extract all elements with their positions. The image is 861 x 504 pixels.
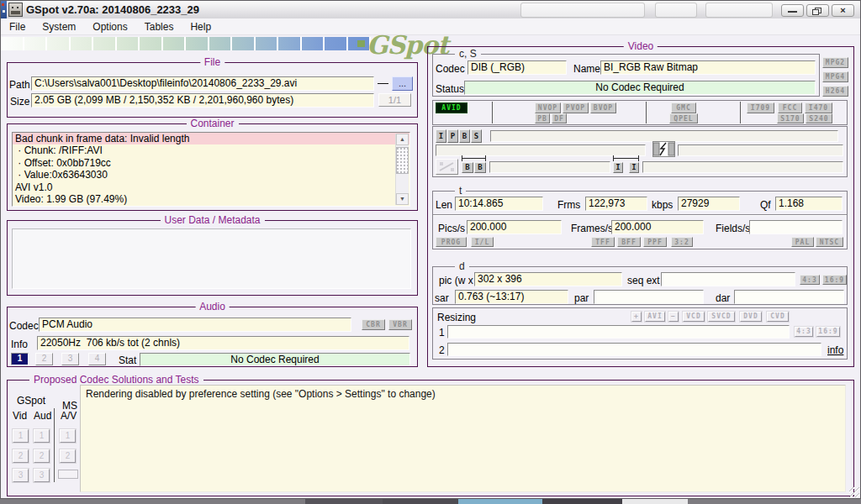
dimensions-subgroup-title: d [455, 260, 469, 273]
taskbar-button[interactable] [305, 499, 383, 504]
mpg4-button[interactable]: MPG4 [822, 71, 848, 82]
par-field[interactable] [594, 290, 704, 304]
audio-stream-2-button[interactable]: 2 [35, 353, 53, 365]
resize-row1-field[interactable] [447, 325, 790, 339]
par-label: par [574, 292, 589, 304]
frame-pattern-field-2[interactable] [678, 144, 843, 156]
len-field[interactable]: 10:14.865 [455, 197, 543, 211]
pics-field[interactable]: 200.000 [467, 220, 562, 234]
path-field[interactable]: C:\Users\salva001\Desktop\fileinfo\20140… [31, 76, 374, 91]
menu-file[interactable]: File [1, 18, 34, 34]
b-marker: B [462, 162, 473, 173]
fields-field[interactable] [749, 220, 843, 234]
gspot-vid-test-1-button[interactable]: 1 [13, 429, 29, 443]
container-line: · Offset: 0x0bb719cc [13, 157, 409, 169]
audio-stream-3-button[interactable]: 3 [61, 353, 79, 365]
seqext-field[interactable] [661, 272, 795, 286]
frms-field[interactable]: 122,973 [585, 197, 647, 211]
restore-button[interactable] [806, 4, 829, 17]
scene-cut-icon [652, 141, 675, 157]
b-distance-icon [462, 155, 486, 161]
resize-minus-button[interactable]: − [668, 312, 679, 322]
pal-flag: PAL [791, 237, 814, 247]
h264-button[interactable]: H264 [822, 86, 848, 97]
bff-flag: BFF [617, 237, 641, 247]
frame-type-field[interactable] [490, 130, 838, 142]
size-field[interactable]: 2.05 GB (2,099 MB / 2,150,352 KB / 2,201… [31, 93, 374, 108]
pic-field[interactable]: 302 x 396 [474, 272, 622, 286]
audio-codec-label: Codec [9, 320, 39, 332]
solutions-message-area[interactable]: Rendering disabled by preference setting… [80, 385, 846, 492]
gspot-vid-test-2-button[interactable]: 2 [13, 449, 29, 463]
b-distance-field[interactable] [489, 161, 610, 173]
info-link[interactable]: info [827, 344, 843, 356]
gspot-aud-test-1-button[interactable]: 1 [34, 429, 50, 443]
gspot-aud-test-3-button[interactable]: 3 [34, 469, 50, 482]
b-flag: B [459, 129, 470, 143]
ms-av-test-1-button[interactable]: 1 [60, 429, 76, 443]
container-line: AVI v1.0 [13, 181, 409, 193]
taskbar-button[interactable] [542, 499, 622, 504]
sar-field[interactable]: 0.763 (~13:17) [455, 290, 568, 304]
close-button[interactable]: × [832, 4, 854, 17]
scroll-up-icon[interactable]: ▲ [396, 134, 409, 145]
frames-field[interactable]: 200.000 [611, 220, 704, 234]
aud-column-label: Aud [34, 410, 51, 422]
resize-avi-button[interactable]: AVI [645, 312, 665, 322]
mpg2-button[interactable]: MPG2 [822, 57, 848, 68]
audio-stream-1-button[interactable]: 1 [11, 353, 29, 365]
audio-codec-field[interactable]: PCM Audio [39, 318, 351, 332]
video-name-field[interactable]: BI_RGB Raw Bitmap [600, 60, 816, 75]
userdata-field[interactable] [12, 228, 411, 289]
resize-grip[interactable] [849, 487, 859, 497]
scrollbar-thumb[interactable] [396, 147, 409, 174]
fields-label: Fields/s [716, 223, 750, 234]
container-listbox[interactable]: Bad chunk in frame data: Invalid length … [12, 132, 410, 207]
qf-field[interactable]: 1.168 [775, 197, 843, 211]
taskbar-button[interactable] [383, 499, 458, 504]
i-flag: I [436, 129, 446, 143]
resize-svcd-button[interactable]: SVCD [708, 312, 735, 322]
container-scrollbar[interactable]: ▲ ▼ [395, 134, 409, 205]
gspot-aud-test-2-button[interactable]: 2 [34, 449, 50, 463]
resize-row1-label: 1 [439, 327, 445, 339]
tff-flag: TFF [591, 237, 615, 247]
browse-button[interactable]: ... [392, 76, 413, 91]
frame-pattern-field[interactable] [436, 144, 646, 156]
audio-info-field[interactable]: 22050Hz 706 kb/s tot (2 chnls) [37, 336, 409, 350]
pics-label: Pics/s [438, 223, 465, 234]
prog-flag: PROG [436, 237, 467, 247]
i-distance-field[interactable] [642, 161, 843, 173]
resize-vcd-button[interactable]: VCD [683, 312, 705, 322]
b-marker: B [474, 162, 486, 173]
minimize-button[interactable] [781, 4, 804, 17]
gspot-vid-test-3-button[interactable]: 3 [13, 469, 29, 482]
resize-row1-43-button[interactable]: 4:3 [795, 327, 813, 337]
scroll-down-icon[interactable]: ▼ [396, 193, 409, 205]
menu-system[interactable]: System [34, 18, 84, 34]
resize-row1-169-button[interactable]: 16:9 [816, 327, 840, 337]
ppf-flag: PPF [643, 237, 667, 247]
ms-av-test-2-button[interactable]: 2 [60, 449, 76, 463]
s170-flag: S170 [777, 113, 804, 123]
i-marker: I [629, 162, 639, 173]
taskbar-button[interactable] [458, 499, 542, 504]
audio-stream-4-button[interactable]: 4 [88, 353, 106, 365]
ms-av-blank-button [58, 470, 78, 479]
ipbs-flags: I P B S [436, 129, 483, 143]
resize-cvd-button[interactable]: CVD [767, 312, 789, 322]
taskbar-button[interactable] [622, 499, 688, 504]
video-name-label: Name [573, 63, 600, 75]
dar-field[interactable] [734, 290, 844, 304]
resize-plus-button[interactable]: + [631, 312, 642, 322]
menu-help[interactable]: Help [182, 18, 219, 34]
background-window-tab [655, 3, 697, 18]
resize-row2-field[interactable] [447, 343, 821, 356]
pvop-flag: PVOP [563, 102, 589, 113]
menu-options[interactable]: Options [84, 18, 135, 34]
video-codec-field[interactable]: DIB (_RGB) [467, 60, 567, 75]
kbps-field[interactable]: 27929 [678, 197, 740, 211]
resize-dvd-button[interactable]: DVD [740, 312, 762, 322]
menu-tables[interactable]: Tables [136, 18, 182, 34]
container-error-line: Bad chunk in frame data: Invalid length [13, 133, 409, 144]
